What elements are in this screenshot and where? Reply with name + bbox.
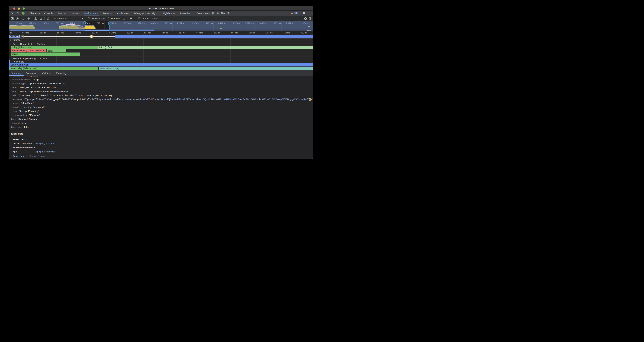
svg-text:797 ms: 797 ms [110, 22, 117, 25]
svg-text:497 ms: 497 ms [70, 22, 76, 25]
svg-text:1,197 ms: 1,197 ms [164, 22, 172, 25]
svg-text:197 ms: 197 ms [29, 22, 36, 25]
svg-text:CPU: CPU [307, 25, 311, 28]
svg-text:97 ms: 97 ms [16, 22, 22, 25]
svg-text:2,097 ms: 2,097 ms [286, 22, 294, 25]
svg-text:?: ? [310, 18, 311, 19]
svg-text:897 ms: 897 ms [124, 22, 131, 25]
svg-text:NET: NET [307, 29, 311, 32]
svg-text:1,697 ms: 1,697 ms [232, 22, 240, 25]
svg-text:1,097 ms: 1,097 ms [150, 22, 158, 25]
svg-text:1,997 ms: 1,997 ms [272, 22, 281, 25]
svg-text:1,597 ms: 1,597 ms [218, 22, 226, 25]
svg-text:1,797 ms: 1,797 ms [245, 22, 254, 25]
svg-text:1,897 ms: 1,897 ms [259, 22, 267, 25]
svg-text:397 ms: 397 ms [56, 22, 63, 25]
svg-text:1,497 ms: 1,497 ms [204, 22, 213, 25]
svg-text:697 ms: 697 ms [97, 22, 104, 25]
svg-text:2,197 ms: 2,197 ms [300, 22, 308, 25]
svg-text:997 ms: 997 ms [138, 22, 144, 25]
svg-text:297 ms: 297 ms [42, 22, 49, 25]
svg-text:1,297 ms: 1,297 ms [177, 22, 186, 25]
svg-text:1,397 ms: 1,397 ms [191, 22, 199, 25]
